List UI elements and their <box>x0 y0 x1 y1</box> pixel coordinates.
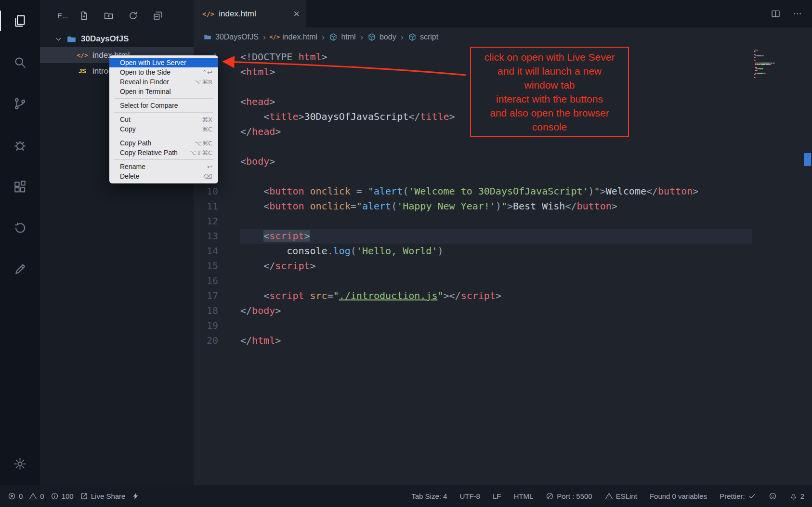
code-line[interactable]: 14 console.log('Hello, World') <box>194 244 812 259</box>
breadcrumb-script[interactable]: script <box>408 33 438 41</box>
minimap-line <box>754 67 799 68</box>
code-line[interactable]: 20</html> <box>194 333 812 348</box>
code-line[interactable]: 19 <box>194 318 812 333</box>
menu-item-delete[interactable]: Delete⌫ <box>109 171 218 181</box>
menu-item-shortcut: ⌃↩ <box>202 69 212 76</box>
live-share-icon <box>80 492 88 500</box>
menu-item-open-to-the-side[interactable]: Open to the Side⌃↩ <box>109 67 218 77</box>
menu-item-copy[interactable]: Copy⌘C <box>109 124 218 134</box>
breadcrumb-label: body <box>380 33 396 41</box>
status-100[interactable]: 100 <box>51 492 74 500</box>
folder-small-icon <box>203 33 212 41</box>
menu-item-open-in-terminal[interactable]: Open in Terminal <box>109 87 218 96</box>
status-bar-right: Tab Size: 4UTF-8LFHTMLPort : 5500ESLintF… <box>411 492 804 500</box>
activity-run-debug[interactable] <box>0 124 40 166</box>
activity-feedback[interactable] <box>0 248 40 290</box>
status-eslint[interactable]: ESLint <box>605 492 637 500</box>
folder-name: 30DaysOfJS <box>81 34 129 44</box>
menu-separator <box>114 112 213 113</box>
new-folder-icon[interactable] <box>104 11 114 21</box>
chevron-down-icon <box>54 35 63 43</box>
code-line[interactable]: 10 <button onclick = "alert('Welcome to … <box>194 184 812 199</box>
menu-item-rename[interactable]: Rename↩ <box>109 162 218 171</box>
indent-guide <box>243 169 243 304</box>
code-line[interactable]: 15 </script> <box>194 259 812 273</box>
close-tab-icon[interactable]: × <box>293 9 300 19</box>
minimap[interactable] <box>754 50 799 78</box>
collapse-folders-icon[interactable] <box>153 11 163 21</box>
folder-row-30daysofjs[interactable]: 30DaysOfJS <box>40 31 194 47</box>
status-lightning[interactable] <box>131 492 140 500</box>
menu-separator <box>114 136 213 136</box>
minimap-line <box>754 68 799 69</box>
activity-explorer[interactable] <box>0 0 40 41</box>
minimap-line <box>754 58 799 59</box>
status-label: 0 <box>40 492 44 500</box>
breadcrumb-html[interactable]: html <box>329 33 355 41</box>
breadcrumb-body[interactable]: body <box>367 33 396 41</box>
debug-icon <box>13 138 27 152</box>
breadcrumb-30daysofjs[interactable]: 30DaysOfJS <box>203 33 259 41</box>
breadcrumb-separator: › <box>360 32 363 42</box>
code-line[interactable]: 17 <script src="./introduction.js"></scr… <box>194 288 812 303</box>
minimap-line <box>754 61 799 62</box>
line-number: 19 <box>194 318 218 333</box>
new-file-icon[interactable] <box>79 11 89 21</box>
menu-item-label: Rename <box>120 163 145 170</box>
activity-search[interactable] <box>0 41 40 83</box>
more-actions-icon[interactable] <box>792 9 802 19</box>
status-0[interactable]: 0 <box>8 492 23 500</box>
status-found-0-variables[interactable]: Found 0 variables <box>650 492 707 500</box>
status-live-share[interactable]: Live Share <box>80 492 126 500</box>
status-0[interactable]: 0 <box>29 492 44 500</box>
split-editor-icon[interactable] <box>771 9 781 19</box>
menu-separator <box>114 98 213 99</box>
status-smiley[interactable] <box>769 492 777 500</box>
code-line[interactable]: 9 <box>194 169 812 184</box>
code-line[interactable]: 12 <box>194 214 812 229</box>
context-menu-items: Open with Live ServerOpen to the Side⌃↩R… <box>109 58 218 181</box>
line-number: 15 <box>194 259 218 273</box>
activity-settings[interactable] <box>0 447 40 481</box>
activity-bar-bottom <box>0 447 40 481</box>
code-line[interactable]: 11 <button onclick="alert('Happy New Yea… <box>194 199 812 214</box>
menu-item-copy-path[interactable]: Copy Path⌥⌘C <box>109 138 218 148</box>
status-port-5500[interactable]: Port : 5500 <box>546 492 592 500</box>
code-line[interactable]: 18</body> <box>194 303 812 318</box>
line-number: 13 <box>194 229 218 244</box>
minimap-line <box>754 77 799 78</box>
status-lf[interactable]: LF <box>493 492 501 500</box>
line-number: 10 <box>194 184 218 199</box>
code-line-text: </html> <box>240 333 281 348</box>
code-line-text: </script> <box>240 259 316 273</box>
source-control-icon <box>13 97 27 111</box>
line-number: 11 <box>194 199 218 214</box>
refresh-explorer-icon[interactable] <box>128 11 138 21</box>
activity-extensions[interactable] <box>0 166 40 207</box>
tab-bar: </> index.html × <box>194 0 812 27</box>
minimap-line <box>754 50 799 51</box>
minimap-line <box>754 73 799 74</box>
editor-area: </> index.html × 30DaysOfJS›</>index.htm… <box>194 0 812 485</box>
code-line[interactable]: 16 <box>194 273 812 288</box>
tab-index-html[interactable]: </> index.html × <box>194 0 306 27</box>
code-line[interactable]: 8<body> <box>194 154 812 169</box>
minimap-line <box>754 54 799 55</box>
status-prettier[interactable]: Prettier: <box>720 492 756 500</box>
menu-item-copy-relative-path[interactable]: Copy Relative Path⌥⇧⌘C <box>109 148 218 157</box>
code-line[interactable]: 13 <script> <box>194 229 812 244</box>
status-utf-8[interactable]: UTF-8 <box>459 492 480 500</box>
activity-history[interactable] <box>0 207 40 248</box>
menu-item-select-for-compare[interactable]: Select for Compare <box>109 101 218 110</box>
status-html[interactable]: HTML <box>513 492 533 500</box>
status-2[interactable]: 2 <box>789 492 804 500</box>
menu-item-cut[interactable]: Cut⌘X <box>109 115 218 124</box>
activity-source-control[interactable] <box>0 83 40 124</box>
breadcrumb-index-html[interactable]: </>index.html <box>270 33 317 41</box>
menu-item-open-with-live-server[interactable]: Open with Live Server <box>109 58 218 67</box>
menu-item-reveal-in-finder[interactable]: Reveal in Finder⌥⌘R <box>109 77 218 87</box>
status-tab-size-4[interactable]: Tab Size: 4 <box>411 492 447 500</box>
status-label: Live Share <box>91 492 126 500</box>
annotation-line: and also open the browser <box>471 106 628 120</box>
code-line[interactable]: 7 <box>194 139 812 154</box>
